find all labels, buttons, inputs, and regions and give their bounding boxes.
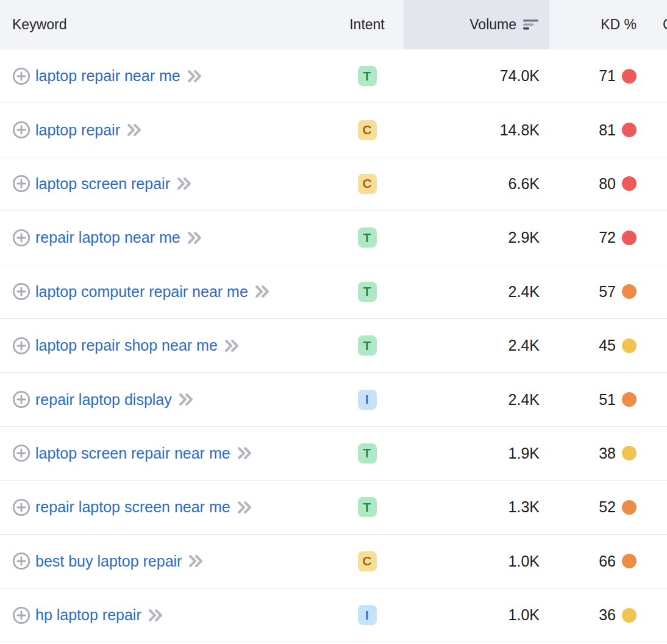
add-keyword-button[interactable] bbox=[12, 390, 30, 409]
table-row: hp laptop repair I 1.0K 36 bbox=[0, 589, 667, 642]
volume-value: 2.4K bbox=[404, 337, 549, 354]
open-keyword-chevrons-icon[interactable] bbox=[224, 339, 240, 352]
open-keyword-chevrons-icon[interactable] bbox=[255, 285, 271, 298]
column-header-cpc[interactable]: CPC bbox=[646, 16, 667, 33]
add-keyword-button[interactable] bbox=[12, 498, 30, 517]
keyword-table: Keyword Intent Volume KD % CPC bbox=[0, 0, 667, 644]
keyword-link[interactable]: laptop computer repair near me bbox=[35, 283, 248, 301]
intent-badge: C bbox=[358, 174, 377, 194]
table-body: laptop repair near me T 74.0K 71 bbox=[0, 49, 667, 642]
table-row: repair laptop near me T 2.9K 72 bbox=[0, 211, 667, 265]
column-header-intent: Intent bbox=[343, 16, 404, 33]
kd-value: 36 bbox=[599, 606, 616, 624]
intent-cell: C bbox=[343, 551, 404, 571]
add-keyword-button[interactable] bbox=[12, 67, 30, 85]
keyword-cell: hp laptop repair bbox=[0, 606, 343, 624]
kd-cell: 81 bbox=[549, 121, 646, 139]
keyword-cell: repair laptop screen near me bbox=[0, 498, 343, 517]
keyword-link[interactable]: repair laptop near me bbox=[35, 229, 180, 246]
keyword-link[interactable]: repair laptop screen near me bbox=[35, 498, 230, 516]
open-keyword-chevrons-icon[interactable] bbox=[127, 123, 143, 137]
volume-value: 1.9K bbox=[404, 445, 549, 462]
open-keyword-chevrons-icon[interactable] bbox=[148, 609, 164, 622]
column-header-volume[interactable]: Volume bbox=[404, 0, 549, 49]
add-keyword-button[interactable] bbox=[12, 229, 30, 247]
kd-value: 45 bbox=[599, 337, 616, 354]
table-row: laptop screen repair near me T 1.9K 38 bbox=[0, 427, 667, 481]
keyword-cell: laptop repair bbox=[0, 121, 343, 139]
keyword-cell: laptop computer repair near me bbox=[0, 282, 343, 301]
keyword-link[interactable]: laptop screen repair bbox=[35, 175, 170, 193]
sort-descending-icon bbox=[523, 20, 538, 30]
table-row: laptop computer repair near me T 2.4K 57 bbox=[0, 265, 667, 319]
kd-value: 80 bbox=[599, 175, 616, 193]
keyword-cell: best buy laptop repair bbox=[0, 552, 343, 570]
volume-value: 6.6K bbox=[404, 175, 549, 193]
add-keyword-button[interactable] bbox=[12, 282, 30, 301]
add-keyword-button[interactable] bbox=[12, 121, 30, 139]
intent-cell: T bbox=[343, 66, 404, 86]
keyword-link[interactable]: repair laptop display bbox=[35, 391, 172, 409]
kd-cell: 57 bbox=[549, 283, 646, 301]
add-keyword-button[interactable] bbox=[12, 606, 30, 624]
open-keyword-chevrons-icon[interactable] bbox=[177, 177, 193, 190]
add-keyword-button[interactable] bbox=[12, 444, 30, 462]
keyword-cell: laptop repair near me bbox=[0, 67, 343, 85]
open-keyword-chevrons-icon[interactable] bbox=[179, 393, 194, 406]
kd-value: 52 bbox=[599, 498, 616, 516]
open-keyword-chevrons-icon[interactable] bbox=[188, 554, 204, 568]
column-header-kd-label: KD % bbox=[601, 16, 637, 33]
keyword-cell: repair laptop near me bbox=[0, 229, 343, 247]
volume-value: 2.4K bbox=[404, 283, 549, 301]
kd-value: 66 bbox=[599, 553, 616, 570]
intent-cell: I bbox=[343, 605, 404, 625]
kd-value: 81 bbox=[599, 121, 616, 139]
kd-difficulty-dot bbox=[622, 176, 637, 191]
table-row: repair laptop display I 2.4K 51 bbox=[0, 373, 667, 426]
keyword-link[interactable]: hp laptop repair bbox=[35, 606, 141, 624]
kd-value: 57 bbox=[599, 283, 616, 301]
intent-badge: T bbox=[358, 227, 377, 248]
add-keyword-button[interactable] bbox=[12, 174, 30, 193]
kd-difficulty-dot bbox=[622, 392, 637, 407]
keyword-link[interactable]: best buy laptop repair bbox=[35, 553, 182, 570]
kd-difficulty-dot bbox=[622, 284, 637, 299]
keyword-link[interactable]: laptop repair shop near me bbox=[35, 337, 218, 354]
add-keyword-button[interactable] bbox=[12, 552, 30, 570]
open-keyword-chevrons-icon[interactable] bbox=[237, 501, 253, 514]
keyword-cell: laptop repair shop near me bbox=[0, 337, 343, 355]
table-header: Keyword Intent Volume KD % CPC bbox=[0, 0, 667, 49]
kd-value: 71 bbox=[599, 67, 616, 85]
add-keyword-button[interactable] bbox=[12, 337, 30, 355]
open-keyword-chevrons-icon[interactable] bbox=[187, 231, 203, 245]
intent-badge: I bbox=[358, 390, 377, 410]
kd-value: 72 bbox=[599, 229, 616, 246]
volume-value: 2.4K bbox=[404, 391, 549, 409]
volume-value: 1.3K bbox=[404, 498, 549, 516]
keyword-link[interactable]: laptop repair near me bbox=[35, 67, 180, 85]
column-header-kd[interactable]: KD % bbox=[549, 16, 646, 33]
keyword-cell: laptop screen repair bbox=[0, 174, 343, 193]
kd-difficulty-dot bbox=[622, 500, 637, 515]
keyword-link[interactable]: laptop repair bbox=[35, 121, 120, 139]
kd-difficulty-dot bbox=[622, 123, 637, 137]
kd-cell: 66 bbox=[549, 553, 646, 570]
volume-value: 74.0K bbox=[404, 67, 549, 85]
volume-value: 1.0K bbox=[404, 606, 549, 624]
kd-cell: 38 bbox=[549, 445, 646, 462]
table-row: laptop screen repair C 6.6K 80 bbox=[0, 157, 667, 211]
intent-badge: T bbox=[358, 282, 377, 302]
keyword-link[interactable]: laptop screen repair near me bbox=[35, 445, 230, 462]
keyword-cell: laptop screen repair near me bbox=[0, 444, 343, 462]
kd-cell: 71 bbox=[549, 67, 646, 85]
intent-badge: T bbox=[358, 66, 377, 86]
open-keyword-chevrons-icon[interactable] bbox=[187, 70, 203, 83]
open-keyword-chevrons-icon[interactable] bbox=[237, 446, 253, 460]
kd-value: 38 bbox=[599, 445, 616, 462]
column-header-volume-label: Volume bbox=[469, 16, 516, 33]
column-header-keyword: Keyword bbox=[0, 16, 343, 33]
column-header-intent-label: Intent bbox=[349, 16, 385, 33]
intent-cell: C bbox=[343, 120, 404, 140]
kd-cell: 45 bbox=[549, 337, 646, 354]
intent-badge: I bbox=[358, 605, 377, 625]
